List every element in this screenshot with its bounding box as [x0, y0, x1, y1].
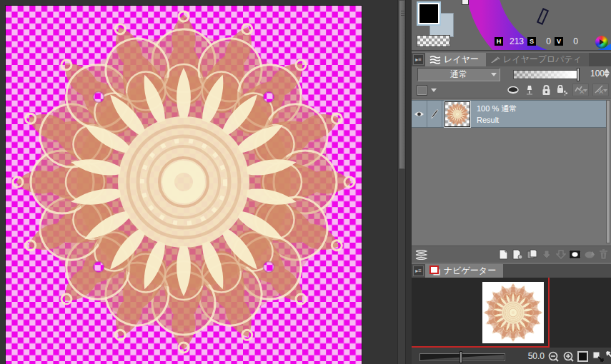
set-ruler-button[interactable]: ✕	[592, 84, 609, 96]
blend-mode-value: 通常	[450, 69, 467, 79]
navigator-thumbnail	[482, 282, 544, 343]
tab-layer-property[interactable]: レイヤープロパティ	[486, 53, 589, 66]
zoom-in-button[interactable]	[562, 350, 574, 362]
navigator-menu-button[interactable]: ▸≡	[413, 266, 424, 276]
layer-panel-tabbar: ▸≡ レイヤー レイヤープロパティ	[412, 53, 611, 66]
duplicate-layer-button[interactable]	[525, 248, 539, 261]
tab-navigator-label: ナビゲーター	[444, 265, 496, 277]
layer-opacity-blend: 100 % 通常	[477, 103, 517, 114]
layer-lock-row: ✕ ✕	[412, 83, 611, 98]
navigator-toolbar: 50.0	[412, 348, 611, 364]
color-wheel-panel: H 213 S 0 V 0	[412, 0, 611, 51]
foreground-color-swatch[interactable]	[417, 1, 441, 26]
zoom-slider-wedge	[421, 355, 504, 360]
navigator-view[interactable]	[412, 278, 611, 348]
sv-marker[interactable]	[462, 0, 469, 5]
opacity-value: 100	[582, 69, 605, 79]
opacity-slider-handle[interactable]	[577, 68, 580, 81]
opacity-slider[interactable]	[513, 70, 579, 79]
chevron-down-icon	[491, 73, 497, 76]
document-canvas[interactable]	[6, 6, 362, 364]
flip-view-button[interactable]	[592, 350, 604, 362]
canvas-vertical-scrollbar[interactable]	[397, 0, 406, 364]
new-folder-button[interactable]	[511, 248, 525, 261]
layer-list-scrollbar[interactable]	[606, 100, 610, 243]
hsv-readout: H 213 S 0 V 0	[495, 36, 578, 46]
edit-mask-icon[interactable]	[507, 84, 520, 96]
chevron-down-icon	[431, 89, 437, 92]
zoom-slider-handle[interactable]	[460, 351, 462, 363]
blend-mode-select[interactable]: 通常	[417, 68, 500, 81]
zoom-out-button[interactable]	[547, 350, 559, 362]
clip-studio-paint-window: H 213 S 0 V 0 ▸≡ レイヤー	[0, 0, 611, 364]
layer-list[interactable]: 100 % 通常 Result	[412, 98, 611, 246]
tab-layer[interactable]: レイヤー	[425, 53, 486, 66]
color-wheel-mode-icon[interactable]	[595, 36, 608, 49]
h-value: 213	[507, 36, 524, 46]
layer-mask-button[interactable]	[568, 248, 582, 261]
navigator-icon	[429, 266, 441, 276]
transparent-color-swatch[interactable]	[417, 35, 450, 47]
navigator-frame-vline	[548, 278, 550, 348]
layer-stack-icon[interactable]	[414, 248, 428, 261]
layer-editing-indicator	[427, 101, 442, 127]
merge-down-button[interactable]	[540, 248, 553, 261]
blend-mode-row: 通常 100	[412, 66, 611, 83]
set-reference-layer-button[interactable]: ✕	[572, 84, 589, 96]
tab-navigator[interactable]: ナビゲーター	[425, 264, 503, 278]
zoom-percentage: 50.0	[519, 351, 545, 361]
layer-name: Result	[477, 116, 517, 124]
layer-visibility-toggle[interactable]	[412, 101, 427, 127]
new-layer-button[interactable]	[497, 248, 510, 261]
navigator-panel: ▸≡ ナビゲーター	[412, 264, 611, 364]
layer-thumbnail-cell[interactable]	[442, 101, 472, 127]
delete-layer-button[interactable]	[597, 248, 610, 261]
layer-color-select[interactable]	[417, 84, 444, 96]
transfer-down-button[interactable]	[554, 248, 567, 261]
layer-thumbnail	[444, 101, 470, 127]
tab-layer-label: レイヤー	[444, 54, 479, 66]
lock-transparent-pixels-icon[interactable]	[556, 84, 569, 96]
pen-check-icon	[490, 56, 500, 64]
eye-icon	[414, 111, 424, 118]
h-badge: H	[495, 37, 503, 46]
layer-toolbar	[412, 246, 611, 263]
navigator-zoom-slider[interactable]	[419, 353, 505, 361]
layer-panel-menu-button[interactable]: ▸≡	[413, 54, 424, 65]
layer-color-swatch	[417, 85, 427, 96]
s-badge: S	[527, 37, 536, 46]
layers-stack-icon	[429, 56, 441, 64]
layer-panel: ▸≡ レイヤー レイヤープロパティ	[412, 53, 611, 263]
opacity-spinner[interactable]	[604, 69, 610, 78]
s-value: 0	[540, 36, 551, 46]
reset-view-button[interactable]	[605, 350, 611, 362]
pen-icon	[430, 109, 439, 119]
actual-size-button[interactable]	[577, 351, 588, 362]
tab-layer-property-label: レイヤープロパティ	[503, 54, 582, 66]
apply-mask-button[interactable]	[582, 248, 596, 261]
v-value: 0	[567, 36, 578, 46]
right-dock: H 213 S 0 V 0 ▸≡ レイヤー	[412, 0, 611, 364]
canvas-area	[0, 0, 397, 364]
lock-layer-icon[interactable]	[540, 84, 552, 96]
scrollbar-grip	[401, 11, 404, 17]
layer-row-result[interactable]: 100 % 通常 Result	[412, 100, 606, 128]
scrollbar-thumb[interactable]	[399, 0, 405, 169]
clip-to-layer-icon[interactable]	[523, 84, 536, 96]
navigator-tabbar: ▸≡ ナビゲーター	[412, 264, 611, 278]
v-badge: V	[555, 37, 563, 46]
